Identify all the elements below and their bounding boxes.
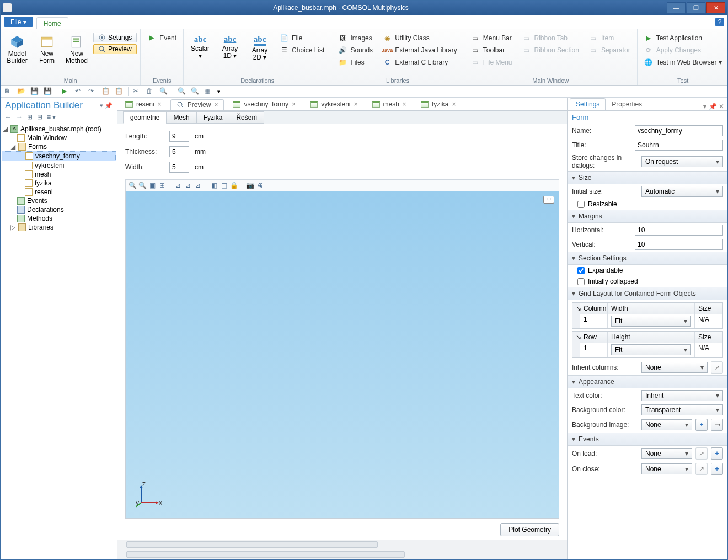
array2d-button[interactable]: abcArray 2D ▾: [247, 33, 273, 61]
new-form-button[interactable]: New Form: [34, 33, 60, 65]
ext-java-button[interactable]: JavaExternal Java Library: [379, 45, 461, 56]
cut-icon[interactable]: ✂: [133, 87, 142, 96]
tab-properties[interactable]: Properties: [606, 98, 648, 110]
zoomext-icon[interactable]: ⊞: [158, 181, 167, 190]
expand-icon[interactable]: ⊞: [27, 113, 33, 121]
test-app-button[interactable]: ▶Test Application: [641, 33, 725, 44]
horizontal-input[interactable]: [635, 225, 723, 236]
initial-size-select[interactable]: Automatic▾: [641, 186, 723, 197]
fwd-icon[interactable]: →: [16, 113, 23, 121]
copy-icon[interactable]: 📋: [101, 87, 110, 96]
width-input[interactable]: [169, 162, 189, 173]
tree-declarations[interactable]: Declarations: [2, 205, 116, 214]
saveas-icon[interactable]: 💾: [44, 87, 52, 96]
title-input[interactable]: [635, 140, 723, 151]
new-icon[interactable]: 🗎: [4, 87, 13, 96]
tab-mesh[interactable]: mesh×: [367, 99, 412, 110]
name-input[interactable]: [635, 125, 723, 136]
zoomin-icon[interactable]: 🔍: [178, 87, 186, 96]
model-builder-button[interactable]: Model Builder: [4, 33, 30, 65]
zoomout-icon[interactable]: 🔍: [138, 181, 147, 190]
paste-icon[interactable]: 📋: [115, 87, 124, 96]
run-icon[interactable]: ▶: [62, 87, 71, 96]
settings-toggle[interactable]: Settings: [93, 33, 137, 42]
tab-vykresleni[interactable]: vykresleni×: [304, 99, 363, 110]
close-tab-icon[interactable]: ×: [452, 100, 456, 108]
expandable-checkbox[interactable]: [577, 267, 585, 274]
open-icon[interactable]: 📂: [17, 87, 26, 96]
tab-fyzika[interactable]: fyzika×: [415, 99, 462, 110]
delete-icon[interactable]: 🗑: [146, 87, 155, 96]
grid-icon[interactable]: ▦: [204, 87, 213, 96]
test-web-button[interactable]: 🌐Test in Web Browser ▾: [641, 57, 725, 68]
tab-home[interactable]: Home: [36, 17, 68, 29]
subtab-reseni[interactable]: Řešení: [229, 111, 264, 124]
tree-events[interactable]: Events: [2, 196, 116, 205]
preview-toggle[interactable]: Preview: [93, 44, 137, 54]
tree-form-fyzika[interactable]: fyzika: [2, 179, 116, 188]
thickness-input[interactable]: [169, 146, 189, 157]
close-tab-icon[interactable]: ×: [214, 101, 218, 109]
tree-form-reseni[interactable]: reseni: [2, 188, 116, 196]
tree-mainwindow[interactable]: Main Window: [2, 134, 116, 142]
bgimage-select[interactable]: None▾: [641, 419, 692, 430]
plot-geometry-button[interactable]: Plot Geometry: [500, 523, 559, 536]
vertical-input[interactable]: [635, 239, 723, 250]
browse-image-button[interactable]: ▭: [711, 419, 723, 431]
grid-layout-section[interactable]: ▾Grid Layout for Contained Form Objects: [568, 287, 727, 300]
titlebar[interactable]: Aplikace_busbar.mph - COMSOL Multiphysic…: [1, 1, 727, 15]
help-button[interactable]: ?: [715, 18, 724, 26]
yz-view-icon[interactable]: ⊿: [184, 181, 192, 190]
choice-list-button[interactable]: ☰Choice List: [276, 45, 328, 56]
maximize-button[interactable]: ❐: [687, 2, 705, 13]
tab-reseni[interactable]: reseni×: [120, 99, 167, 110]
tab-vsechny[interactable]: vsechny_formy×: [227, 99, 301, 110]
close-tab-icon[interactable]: ×: [292, 100, 296, 108]
collapse-icon[interactable]: ⊟: [37, 113, 42, 121]
menubar-button[interactable]: ▭Menu Bar: [468, 33, 516, 44]
snapshot-icon[interactable]: 📷: [245, 181, 254, 190]
save-icon[interactable]: 💾: [30, 87, 39, 96]
store-select[interactable]: On request▾: [641, 156, 723, 167]
back-icon[interactable]: ←: [5, 113, 12, 121]
new-method-button[interactable]: New Method: [63, 33, 90, 65]
length-input[interactable]: [169, 131, 189, 142]
subtab-mesh[interactable]: Mesh: [166, 111, 196, 124]
inherit-goto-button[interactable]: ↗: [711, 361, 723, 374]
pin-icon[interactable]: ▾ 📌: [100, 102, 113, 109]
lock-icon[interactable]: 🔒: [229, 181, 238, 190]
textcolor-select[interactable]: Inherit▾: [641, 390, 723, 401]
inherit-select[interactable]: None▾: [641, 362, 708, 373]
files-button[interactable]: 📁Files: [335, 57, 376, 68]
size-section[interactable]: ▾Size: [568, 171, 727, 184]
close-button[interactable]: ✕: [706, 2, 725, 13]
collapsed-checkbox[interactable]: [577, 278, 585, 285]
ext-c-button[interactable]: CExternal C Library: [379, 57, 461, 68]
add-image-button[interactable]: +: [695, 419, 708, 431]
zoomext-icon[interactable]: 🔍: [191, 87, 200, 96]
appearance-section[interactable]: ▾Appearance: [568, 375, 727, 388]
xy-view-icon[interactable]: ⊿: [174, 181, 183, 190]
close-tab-icon[interactable]: ×: [403, 100, 406, 108]
tab-preview[interactable]: Preview×: [170, 99, 224, 110]
onclose-goto-button[interactable]: ↗: [695, 463, 708, 475]
onload-add-button[interactable]: +: [711, 447, 723, 460]
default-view-icon[interactable]: ◧: [210, 181, 218, 190]
margins-section[interactable]: ▾Margins: [568, 210, 727, 223]
close-tab-icon[interactable]: ×: [158, 100, 162, 108]
onclose-select[interactable]: None▾: [641, 463, 692, 474]
graphics-canvas[interactable]: ⬚ z x y: [125, 191, 559, 519]
transparency-icon[interactable]: ◫: [220, 181, 228, 190]
tree-form-vykresleni[interactable]: vykresleni: [2, 161, 116, 170]
tree-libraries[interactable]: ▷Libraries: [2, 223, 116, 232]
onload-goto-button[interactable]: ↗: [695, 447, 708, 460]
subtab-fyzika[interactable]: Fyzika: [196, 111, 230, 124]
event-button[interactable]: Event: [144, 33, 180, 44]
col-width-select[interactable]: Fit▾: [611, 316, 691, 327]
scalar-button[interactable]: abcScalar▾: [187, 33, 213, 60]
view-badge[interactable]: ⬚: [543, 196, 554, 204]
sounds-button[interactable]: 🔊Sounds: [335, 45, 376, 56]
print-icon[interactable]: 🖨: [255, 181, 264, 190]
close-tab-icon[interactable]: ×: [354, 100, 357, 108]
minimize-button[interactable]: —: [667, 2, 686, 13]
